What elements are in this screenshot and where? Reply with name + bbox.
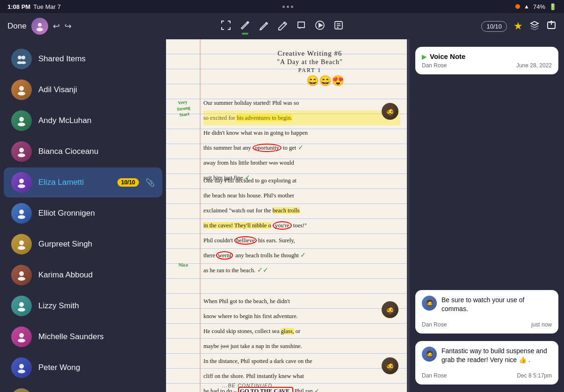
- pencil-tool[interactable]: [259, 20, 269, 33]
- comment-card-1[interactable]: 🧔 Be sure to watch your use of commas. D…: [415, 290, 558, 334]
- eliza-score: 10/10: [117, 178, 139, 187]
- svg-point-30: [19, 302, 24, 307]
- toolbar: Done ↩ ↪: [0, 13, 564, 39]
- sidebar-item-peter[interactable]: Peter Wong: [4, 353, 162, 383]
- shared-items-label: Shared Items: [38, 54, 155, 64]
- svg-point-0: [38, 23, 42, 27]
- svg-point-17: [18, 92, 25, 95]
- svg-point-12: [18, 56, 22, 59]
- sidebar-item-adil[interactable]: Adil Visanji: [4, 75, 162, 105]
- toolbar-right: 10/10 ★: [472, 20, 557, 33]
- sidebar-item-gurpreet[interactable]: Gurpreet Singh: [4, 229, 162, 259]
- peter-label: Peter Wong: [38, 363, 155, 372]
- svg-point-1: [36, 28, 43, 31]
- svg-point-13: [22, 56, 25, 59]
- lizzy-avatar: [11, 296, 32, 316]
- comment-1-date: just now: [531, 321, 552, 328]
- svg-point-35: [18, 370, 25, 373]
- comment-2-date: Dec 8 5:17pm: [517, 372, 552, 379]
- andy-avatar: [11, 110, 32, 131]
- voice-note-date: June 28, 2022: [516, 62, 552, 69]
- play-tool[interactable]: [315, 20, 325, 33]
- margin-line: [200, 39, 201, 392]
- svg-point-26: [19, 240, 24, 245]
- voice-note-author: Dan Rose: [422, 62, 447, 69]
- status-right: ▲ 74% 🔋: [515, 3, 557, 10]
- toolbar-center: [97, 20, 467, 33]
- svg-point-28: [19, 271, 24, 276]
- svg-point-32: [19, 333, 24, 338]
- svg-point-24: [19, 210, 24, 214]
- done-button[interactable]: Done: [7, 22, 27, 31]
- karima-label: Karima Abboud: [38, 270, 155, 280]
- svg-point-16: [19, 86, 24, 91]
- sidebar-item-karima[interactable]: Karima Abboud: [4, 260, 162, 290]
- michelle-avatar: [11, 327, 32, 347]
- svg-marker-5: [319, 23, 322, 27]
- eraser-tool[interactable]: [277, 20, 288, 33]
- eliza-avatar: [11, 172, 32, 193]
- elliot-avatar: [11, 203, 32, 224]
- eliza-label: Eliza Lametti: [38, 178, 111, 187]
- comment-card-2[interactable]: 🧔 Fantastic way to build suspense and gr…: [415, 341, 558, 385]
- voice-note-card[interactable]: ▶ Voice Note Dan Rose June 28, 2022: [415, 47, 558, 74]
- karima-avatar: [11, 265, 32, 285]
- svg-point-15: [21, 61, 26, 64]
- redo-button[interactable]: ↪: [65, 21, 72, 31]
- elliot-label: Elliot Gronnigen: [38, 209, 155, 218]
- voice-note-meta: Dan Rose June 28, 2022: [422, 62, 552, 69]
- layers-icon[interactable]: [529, 20, 540, 33]
- gurpreet-avatar: [11, 234, 32, 254]
- orange-indicator: [515, 4, 520, 9]
- sidebar-item-andy[interactable]: Andy McLuhan: [4, 106, 162, 136]
- lizzy-label: Lizzy Smith: [38, 301, 155, 311]
- text-tool[interactable]: [333, 20, 344, 33]
- peter-avatar: [11, 357, 32, 378]
- page-background: [166, 39, 407, 392]
- adil-avatar: [11, 80, 32, 100]
- share-icon[interactable]: [546, 20, 557, 33]
- expand-button[interactable]: [220, 20, 231, 33]
- undo-button[interactable]: ↩: [53, 21, 60, 31]
- star-icon[interactable]: ★: [513, 20, 523, 32]
- sani-avatar: [11, 388, 32, 392]
- main-content: Shared Items Adil Visanji Andy McLuhan: [0, 39, 564, 392]
- gurpreet-label: Gurpreet Singh: [38, 240, 155, 249]
- comment-tool[interactable]: [296, 20, 306, 33]
- notebook-page: Creative Writing #6 "A Day at the Beach"…: [166, 39, 407, 392]
- status-bar: 1:08 PM Tue Mar 7 ▲ 74% 🔋: [0, 0, 564, 13]
- dot2: [287, 6, 289, 8]
- adil-label: Adil Visanji: [38, 85, 155, 94]
- voice-note-header: ▶ Voice Note: [422, 52, 552, 60]
- sidebar-item-elliot[interactable]: Elliot Gronnigen: [4, 198, 162, 228]
- canvas-area[interactable]: Creative Writing #6 "A Day at the Beach"…: [166, 39, 564, 392]
- paperclip-icon: 📎: [145, 178, 155, 187]
- svg-point-19: [18, 123, 25, 126]
- dot3: [291, 6, 293, 8]
- svg-point-27: [18, 246, 25, 250]
- pen-tool[interactable]: [240, 20, 250, 33]
- sidebar-item-shared[interactable]: Shared Items: [4, 44, 162, 74]
- sidebar-item-sani[interactable]: Sani Umaru: [4, 384, 162, 392]
- sidebar-item-lizzy[interactable]: Lizzy Smith: [4, 291, 162, 321]
- comment-2-meta: Dan Rose Dec 8 5:17pm: [422, 372, 552, 379]
- svg-point-20: [19, 148, 24, 152]
- sidebar-item-michelle[interactable]: Michelle Saunders: [4, 322, 162, 352]
- sidebar-item-bianca[interactable]: Bianca Cioceanu: [4, 137, 162, 167]
- sidebar-item-eliza[interactable]: Eliza Lametti 10/10 📎: [4, 167, 162, 197]
- svg-point-25: [18, 215, 25, 219]
- battery-percent: 74%: [533, 3, 545, 10]
- user-avatar[interactable]: [31, 18, 48, 35]
- svg-point-18: [19, 117, 24, 122]
- comment-2-author: Dan Rose: [422, 372, 447, 379]
- shared-avatar: [11, 49, 32, 69]
- battery-icon: 🔋: [549, 3, 557, 10]
- comment-2-avatar: 🧔: [422, 347, 437, 362]
- svg-point-33: [18, 339, 25, 342]
- svg-point-21: [18, 153, 25, 157]
- score-badge: 10/10: [481, 21, 507, 32]
- comment-1-avatar: 🧔: [422, 296, 437, 311]
- comment-1-author: Dan Rose: [422, 321, 447, 328]
- andy-label: Andy McLuhan: [38, 116, 155, 125]
- status-date: Tue Mar 7: [33, 3, 61, 10]
